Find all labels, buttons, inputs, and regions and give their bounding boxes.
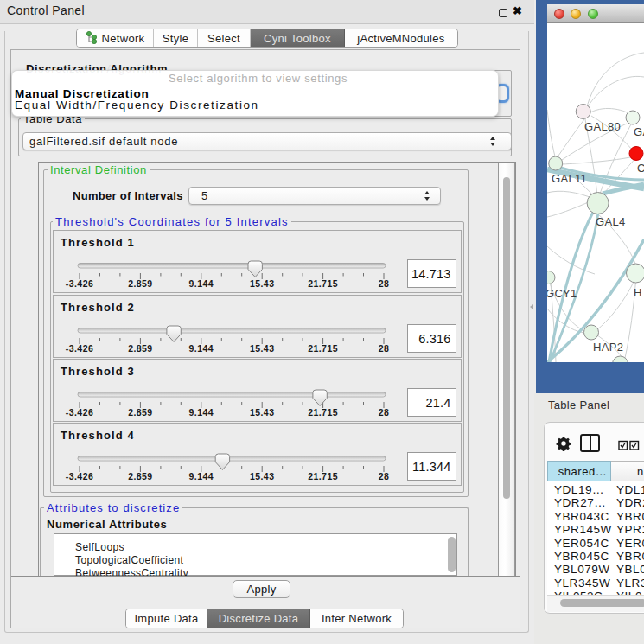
svg-text:15.43: 15.43 <box>250 278 275 289</box>
svg-text:HAP2: HAP2 <box>593 341 623 354</box>
svg-text:-3.426: -3.426 <box>66 471 93 481</box>
svg-text:H: H <box>634 286 642 299</box>
svg-text:9.144: 9.144 <box>189 407 214 418</box>
svg-text:28: 28 <box>379 407 390 418</box>
svg-text:GAL80: GAL80 <box>584 120 621 133</box>
svg-text:21.715: 21.715 <box>308 471 338 481</box>
svg-text:28: 28 <box>379 471 390 481</box>
svg-text:-3.426: -3.426 <box>66 343 93 354</box>
svg-text:9.144: 9.144 <box>189 343 214 354</box>
svg-text:15.43: 15.43 <box>250 407 275 418</box>
svg-text:9.144: 9.144 <box>189 471 214 481</box>
svg-text:15.43: 15.43 <box>250 343 275 354</box>
svg-text:21.715: 21.715 <box>308 278 338 289</box>
svg-text:2.859: 2.859 <box>128 407 153 418</box>
svg-text:GCY1: GCY1 <box>547 287 577 300</box>
svg-text:C: C <box>637 162 644 175</box>
svg-text:28: 28 <box>379 343 390 354</box>
svg-text:28: 28 <box>379 278 390 289</box>
svg-text:-3.426: -3.426 <box>66 407 93 418</box>
svg-text:2.859: 2.859 <box>128 278 153 289</box>
svg-text:2.859: 2.859 <box>128 343 153 354</box>
svg-text:15.43: 15.43 <box>250 471 275 481</box>
svg-text:GAL4: GAL4 <box>596 215 625 228</box>
svg-text:-3.426: -3.426 <box>66 278 93 289</box>
svg-text:21.715: 21.715 <box>308 343 338 354</box>
svg-text:2.859: 2.859 <box>128 471 153 481</box>
svg-text:21.715: 21.715 <box>308 407 338 418</box>
svg-text:GA: GA <box>634 125 644 138</box>
svg-text:GAL11: GAL11 <box>552 172 587 185</box>
svg-text:9.144: 9.144 <box>189 278 214 289</box>
